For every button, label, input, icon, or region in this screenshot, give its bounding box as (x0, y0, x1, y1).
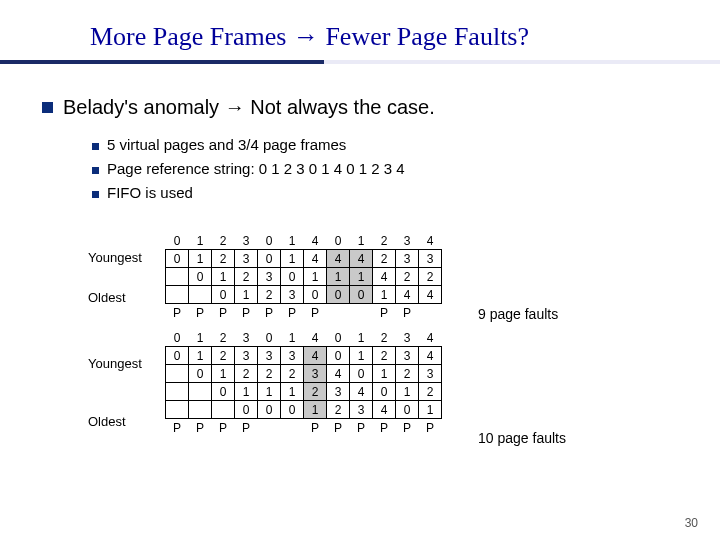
fault-cell: P (373, 304, 396, 322)
fault-cell (327, 304, 350, 322)
frame-cell: 3 (419, 365, 442, 383)
level1-bullet: Belady's anomaly → Not always the case. (42, 96, 435, 119)
frame-cell: 4 (304, 347, 327, 365)
frame-cell: 4 (304, 250, 327, 268)
frame-cell: 0 (281, 268, 304, 286)
frame-cell: 0 (212, 286, 235, 304)
frame-cell: 0 (166, 250, 189, 268)
ref-cell: 2 (212, 329, 235, 347)
level2-text: FIFO is used (107, 184, 193, 201)
frame-cell: 3 (350, 401, 373, 419)
frame-cell: 0 (350, 365, 373, 383)
frame-cell: 2 (212, 250, 235, 268)
square-bullet-icon (92, 191, 99, 198)
level2-bullet-1: Page reference string: 0 1 2 3 0 1 4 0 1… (92, 160, 405, 177)
ref-cell: 3 (235, 232, 258, 250)
fault-cell: P (166, 419, 189, 437)
frame-cell: 4 (350, 250, 373, 268)
frame-cell: 1 (419, 401, 442, 419)
frame-cell: 2 (396, 365, 419, 383)
frame-cell: 3 (281, 286, 304, 304)
fault-cell: P (373, 419, 396, 437)
fault-cell: P (212, 419, 235, 437)
frame-cell: 0 (235, 401, 258, 419)
frame-cell: 3 (396, 250, 419, 268)
fault-cell: P (396, 419, 419, 437)
frame-cell: 1 (258, 383, 281, 401)
fault-cell: P (189, 419, 212, 437)
frame-cell: 1 (350, 268, 373, 286)
label-youngest-1: Youngest (88, 250, 142, 265)
ref-cell: 1 (350, 329, 373, 347)
ref-cell: 3 (396, 329, 419, 347)
frame-cell (212, 401, 235, 419)
frame-cell: 2 (212, 347, 235, 365)
ref-cell: 0 (258, 232, 281, 250)
frame-cell: 1 (235, 286, 258, 304)
frame-cell: 4 (350, 383, 373, 401)
ref-cell: 2 (373, 329, 396, 347)
frame-cell: 4 (373, 268, 396, 286)
frame-cell: 0 (304, 286, 327, 304)
ref-cell: 0 (327, 232, 350, 250)
fault-cell (350, 304, 373, 322)
fault-cell: P (304, 419, 327, 437)
frame-cell: 4 (327, 365, 350, 383)
frame-cell: 3 (235, 250, 258, 268)
ref-cell: 0 (166, 232, 189, 250)
ref-cell: 4 (419, 232, 442, 250)
slide-title: More Page Frames → Fewer Page Faults? (90, 22, 529, 52)
ref-cell: 0 (327, 329, 350, 347)
frame-cell (189, 286, 212, 304)
frame-cell: 3 (258, 347, 281, 365)
ref-cell: 4 (304, 329, 327, 347)
level2-bullet-0: 5 virtual pages and 3/4 page frames (92, 136, 346, 153)
frame-cell: 4 (396, 286, 419, 304)
page-number: 30 (685, 516, 698, 530)
frame-cell: 2 (327, 401, 350, 419)
level2-text: Page reference string: 0 1 2 3 0 1 4 0 1… (107, 160, 405, 177)
label-oldest-1: Oldest (88, 290, 126, 305)
fault-cell: P (304, 304, 327, 322)
frame-cell: 3 (304, 365, 327, 383)
ref-cell: 0 (258, 329, 281, 347)
frame-cell: 3 (327, 383, 350, 401)
square-bullet-icon (92, 143, 99, 150)
frame-cell: 1 (350, 347, 373, 365)
frame-cell: 2 (373, 250, 396, 268)
frame-cell: 0 (350, 286, 373, 304)
level1-text: Belady's anomaly → Not always the case. (63, 96, 435, 119)
frame-cell: 1 (304, 401, 327, 419)
label-youngest-2: Youngest (88, 356, 142, 371)
fault-cell: P (189, 304, 212, 322)
fault-cell: P (212, 304, 235, 322)
fault-cell (281, 419, 304, 437)
fault-cell: P (281, 304, 304, 322)
frame-cell: 4 (327, 250, 350, 268)
frame-cell: 0 (212, 383, 235, 401)
frame-cell (166, 365, 189, 383)
frame-cell (189, 383, 212, 401)
frame-cell: 2 (281, 365, 304, 383)
frame-cell: 0 (189, 268, 212, 286)
frame-cell (166, 286, 189, 304)
ref-cell: 4 (304, 232, 327, 250)
frame-cell: 0 (373, 383, 396, 401)
frame-cell: 2 (258, 286, 281, 304)
frame-cell: 2 (419, 383, 442, 401)
frame-cell: 3 (258, 268, 281, 286)
frame-cell: 1 (281, 250, 304, 268)
frame-cell: 1 (327, 268, 350, 286)
frame-cell: 2 (419, 268, 442, 286)
level2-bullet-2: FIFO is used (92, 184, 193, 201)
frame-cell: 1 (189, 250, 212, 268)
frame-cell: 1 (235, 383, 258, 401)
frame-cell: 0 (281, 401, 304, 419)
label-oldest-2: Oldest (88, 414, 126, 429)
frame-cell: 1 (281, 383, 304, 401)
ref-cell: 4 (419, 329, 442, 347)
frame-cell: 0 (327, 286, 350, 304)
frame-cell: 2 (304, 383, 327, 401)
frame-cell: 1 (304, 268, 327, 286)
frame-cell: 0 (166, 347, 189, 365)
